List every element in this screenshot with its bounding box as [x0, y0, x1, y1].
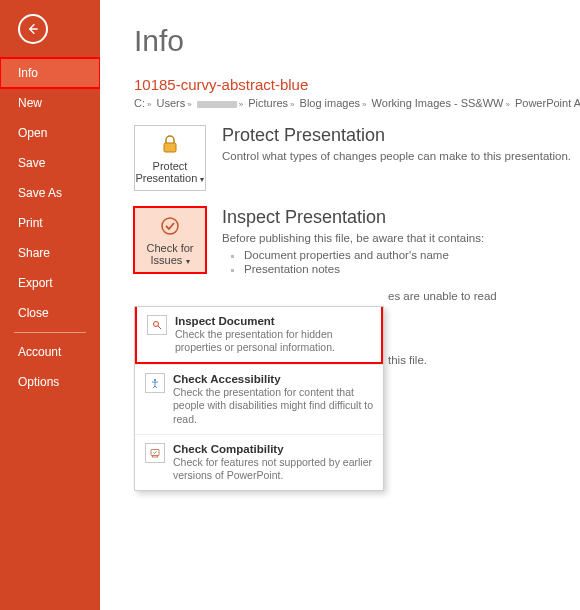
sidebar-item-print[interactable]: Print [0, 208, 100, 238]
sidebar-item-info[interactable]: Info [0, 58, 100, 88]
sidebar-item-label: Save As [18, 186, 62, 200]
inspect-section: Check for Issues ▾ Inspect Presentation … [134, 207, 580, 276]
page-heading: Info [134, 24, 580, 58]
magnifier-icon [147, 315, 167, 335]
protect-presentation-tile[interactable]: Protect Presentation ▾ [134, 125, 206, 191]
check-for-issues-tile[interactable]: Check for Issues ▾ [134, 207, 206, 273]
protect-desc: Control what types of changes people can… [222, 150, 571, 162]
menu-item-title: Check Accessibility [173, 373, 373, 385]
document-title: 10185-curvy-abstract-blue [134, 76, 580, 93]
backstage-sidebar: Info New Open Save Save As Print Share E… [0, 0, 100, 610]
chevron-down-icon: ▾ [198, 175, 204, 184]
back-button[interactable] [18, 14, 48, 44]
backstage-main: Info 10185-curvy-abstract-blue C:» Users… [100, 0, 580, 610]
protect-section: Protect Presentation ▾ Protect Presentat… [134, 125, 580, 191]
breadcrumb-part: Users [157, 97, 186, 109]
breadcrumb-redacted [197, 101, 237, 108]
menu-item-check-accessibility[interactable]: Check Accessibility Check the presentati… [135, 364, 383, 433]
tile-label: Protect Presentation [136, 160, 198, 184]
sidebar-item-label: Info [18, 66, 38, 80]
sidebar-items: Info New Open Save Save As Print Share E… [0, 58, 100, 397]
sidebar-item-close[interactable]: Close [0, 298, 100, 328]
breadcrumb-part: Blog images [300, 97, 361, 109]
svg-rect-0 [164, 143, 176, 152]
protect-heading: Protect Presentation [222, 125, 571, 146]
menu-item-check-compatibility[interactable]: Check Compatibility Check for features n… [135, 434, 383, 490]
sidebar-item-account[interactable]: Account [0, 337, 100, 367]
sidebar-item-new[interactable]: New [0, 88, 100, 118]
menu-item-title: Check Compatibility [173, 443, 373, 455]
sidebar-item-options[interactable]: Options [0, 367, 100, 397]
sidebar-item-label: Account [18, 345, 61, 359]
breadcrumb-part: Working Images - SS&WW [372, 97, 504, 109]
breadcrumb-part: C: [134, 97, 145, 109]
sidebar-item-save[interactable]: Save [0, 148, 100, 178]
sidebar-item-label: Share [18, 246, 50, 260]
breadcrumb-part: PowerPoint Article - Working [515, 97, 580, 109]
sidebar-item-open[interactable]: Open [0, 118, 100, 148]
sidebar-item-label: Export [18, 276, 53, 290]
sidebar-item-label: Options [18, 375, 59, 389]
svg-line-3 [158, 326, 161, 329]
menu-item-desc: Check the presentation for hidden proper… [175, 328, 371, 354]
sidebar-item-label: Print [18, 216, 43, 230]
sidebar-divider [14, 332, 86, 333]
menu-item-desc: Check for features not supported by earl… [173, 456, 373, 482]
sidebar-item-label: Save [18, 156, 45, 170]
sidebar-item-label: New [18, 96, 42, 110]
breadcrumb-part: Pictures [248, 97, 288, 109]
inspect-bullets: Document properties and author's name Pr… [232, 248, 484, 276]
sidebar-item-share[interactable]: Share [0, 238, 100, 268]
svg-point-2 [154, 322, 159, 327]
menu-item-inspect-document[interactable]: Inspect Document Check the presentation … [135, 307, 383, 364]
svg-point-1 [162, 218, 178, 234]
chevron-down-icon: ▾ [183, 257, 189, 266]
sidebar-item-export[interactable]: Export [0, 268, 100, 298]
menu-item-title: Inspect Document [175, 315, 371, 327]
inspect-bullet: Presentation notes [244, 262, 484, 276]
sidebar-item-label: Close [18, 306, 49, 320]
obscured-text-line: es are unable to read [388, 290, 497, 302]
accessibility-icon [145, 373, 165, 393]
arrow-left-icon [25, 21, 41, 37]
inspect-intro: Before publishing this file, be aware th… [222, 232, 484, 244]
sidebar-item-saveas[interactable]: Save As [0, 178, 100, 208]
svg-point-4 [154, 379, 156, 381]
check-for-issues-menu: Inspect Document Check the presentation … [134, 306, 384, 491]
menu-item-desc: Check the presentation for content that … [173, 386, 373, 425]
checklist-icon [158, 214, 182, 238]
lock-icon [158, 132, 182, 156]
breadcrumb[interactable]: C:» Users» » Pictures» Blog images» Work… [134, 97, 580, 109]
compatibility-icon [145, 443, 165, 463]
inspect-bullet: Document properties and author's name [244, 248, 484, 262]
sidebar-item-label: Open [18, 126, 47, 140]
obscured-text-line: this file. [388, 354, 427, 366]
inspect-heading: Inspect Presentation [222, 207, 484, 228]
